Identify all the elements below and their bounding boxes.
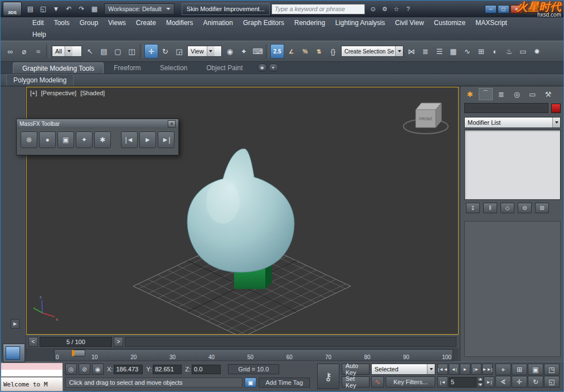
menu-item[interactable]: Tools (49, 17, 75, 29)
pan-icon[interactable]: ✛ (512, 376, 527, 388)
ribbon-minimize-icon[interactable]: ▾ (269, 63, 278, 72)
auto-key-button[interactable]: Auto Key (342, 364, 369, 375)
zoom-all-icon[interactable]: ⊞ (512, 364, 527, 375)
make-unique-icon[interactable]: ◇ (500, 203, 514, 213)
select-and-manipulate-icon[interactable]: ✦ (237, 44, 251, 58)
play-icon[interactable]: ► (460, 364, 470, 375)
rigid-body-icon[interactable]: ● (39, 131, 56, 148)
adaptive-degradation-icon[interactable]: ▣ (245, 378, 256, 388)
ribbon-tab[interactable]: Object Paint (197, 62, 251, 74)
next-frame-button[interactable]: > (114, 337, 123, 347)
menu-item[interactable]: Rendering (289, 17, 330, 29)
redo-icon[interactable]: ↷ (76, 3, 87, 15)
listener-script-line[interactable] (1, 370, 62, 376)
undo-icon[interactable]: ↶ (63, 3, 75, 15)
onion-object[interactable] (187, 149, 294, 272)
spinner-up-icon[interactable] (477, 377, 483, 382)
unlink-selection-icon[interactable]: ⌀ (17, 44, 31, 58)
percent-snap-icon[interactable]: % (298, 44, 312, 58)
selection-lock-icon[interactable]: ⊘ (79, 364, 90, 375)
infocenter-tab[interactable]: Skin Modifier Improvement... (182, 3, 270, 15)
go-to-start-icon[interactable]: |◄◄ (437, 364, 448, 375)
bind-to-space-warp-icon[interactable]: ≈ (31, 44, 45, 58)
menu-item[interactable]: Graph Editors (238, 17, 289, 29)
save-file-icon[interactable]: ▼ (50, 3, 62, 15)
maxscript-mini-listener[interactable] (1, 362, 63, 377)
select-and-move-icon[interactable]: ✛ (144, 44, 158, 58)
next-frame-icon[interactable]: ►| (484, 376, 494, 388)
rendered-frame-icon[interactable]: ▭ (516, 44, 530, 58)
object-color-swatch[interactable] (551, 104, 561, 113)
menu-item[interactable]: Lighting Analysis (330, 17, 390, 29)
favorites-icon[interactable]: ☆ (391, 4, 402, 14)
constraint-icon[interactable]: ✦ (76, 131, 93, 148)
create-tab-icon[interactable]: ✱ (463, 88, 477, 100)
angle-snap-icon[interactable]: ∠ (284, 44, 298, 58)
minimized-window[interactable] (3, 344, 25, 362)
ribbon-tab[interactable]: Selection (151, 62, 196, 74)
isolate-selection-icon[interactable]: ◎ (65, 364, 77, 375)
mcloth-icon[interactable]: ▣ (57, 131, 74, 148)
menu-item[interactable]: Group (75, 17, 103, 29)
key-track[interactable] (125, 337, 456, 347)
select-by-name-icon[interactable]: ▤ (97, 44, 111, 58)
absolute-offset-icon[interactable]: ◉ (92, 364, 104, 375)
next-key-icon[interactable]: |► (471, 364, 482, 375)
close-button[interactable]: ✕ (510, 5, 522, 13)
settings-icon[interactable]: ⚙ (380, 4, 390, 14)
set-key-button[interactable]: Set Key (342, 376, 369, 388)
menu-item[interactable]: Civil View (390, 17, 429, 29)
massfx-toolbar[interactable]: MassFX Toolbar ✕ ⊛●▣✦✱ |◄►►| (16, 119, 179, 155)
curve-editor-icon[interactable]: ∿ (460, 44, 474, 58)
viewport-shading-menu[interactable]: [Shaded] (80, 90, 105, 96)
pin-stack-icon[interactable]: ↧ (466, 203, 480, 213)
layer-manager-icon[interactable]: ☰ (432, 44, 446, 58)
ribbon-tab[interactable]: Freeform (105, 62, 150, 74)
spinner-snap-icon[interactable]: ⇅ (312, 44, 326, 58)
help-icon[interactable]: ? (403, 4, 414, 14)
massfx-titlebar[interactable]: MassFX Toolbar ✕ (17, 119, 178, 129)
render-setup-icon[interactable]: ♨ (502, 44, 516, 58)
select-and-rotate-icon[interactable]: ↻ (158, 44, 172, 58)
key-set-dropdown[interactable]: Selected (371, 364, 435, 375)
expand-arrow-icon[interactable]: ▶ (11, 319, 20, 329)
show-end-result-icon[interactable]: ‖ (483, 203, 497, 213)
welcome-window-title[interactable]: Welcome to M (1, 377, 63, 391)
maximize-viewport-icon[interactable]: ◱ (544, 376, 560, 388)
play-simulation-icon[interactable]: ► (139, 131, 156, 148)
time-slider-handle[interactable] (72, 350, 85, 356)
listener-macro-line[interactable] (1, 363, 62, 370)
select-and-link-icon[interactable]: ∞ (3, 44, 17, 58)
menu-item[interactable]: Customize (429, 17, 471, 29)
remove-modifier-icon[interactable]: ⊖ (518, 203, 532, 213)
add-time-tag[interactable]: Add Time Tag (259, 378, 310, 388)
snaps-toggle-icon[interactable]: 2.5 (270, 44, 284, 58)
default-in-out-tangents-icon[interactable]: ∿ (371, 376, 384, 388)
selection-filter-dropdown[interactable]: All (52, 46, 82, 57)
menu-item[interactable]: Modifiers (161, 17, 198, 29)
modifier-stack-list[interactable] (464, 130, 561, 200)
go-to-end-icon[interactable]: ►►| (482, 364, 493, 375)
z-coordinate-field[interactable] (192, 365, 221, 374)
use-pivot-point-icon[interactable]: ◉ (223, 44, 237, 58)
world-parameters-icon[interactable]: ⊛ (21, 131, 37, 148)
menu-item[interactable]: Views (103, 17, 131, 29)
window-crossing-icon[interactable]: ◫ (125, 44, 139, 58)
zoom-icon[interactable]: ⌖ (495, 364, 511, 375)
named-selection-set-combo[interactable]: Create Selection Se (341, 46, 403, 57)
viewport-pov-menu[interactable]: [Perspective] (41, 90, 77, 96)
orbit-icon[interactable]: ↻ (528, 376, 543, 388)
polygon-modeling-panel[interactable]: Polygon Modeling (6, 74, 74, 86)
previous-frame-icon[interactable]: |◄ (437, 376, 448, 388)
zoom-extents-all-icon[interactable]: ◳ (544, 364, 560, 375)
previous-frame-button[interactable]: < (28, 337, 38, 347)
minimize-button[interactable]: ─ (485, 5, 497, 13)
object-name-field[interactable] (464, 103, 548, 113)
previous-key-icon[interactable]: ◄| (449, 364, 459, 375)
new-scene-icon[interactable]: ▤ (25, 3, 36, 15)
align-icon[interactable]: ≣ (419, 44, 432, 58)
select-object-icon[interactable]: ↖ (83, 44, 97, 58)
maximize-button[interactable]: ▢ (498, 5, 509, 13)
open-file-icon[interactable]: ◱ (37, 3, 49, 15)
modify-tab-icon[interactable]: ⌒ (479, 88, 493, 100)
